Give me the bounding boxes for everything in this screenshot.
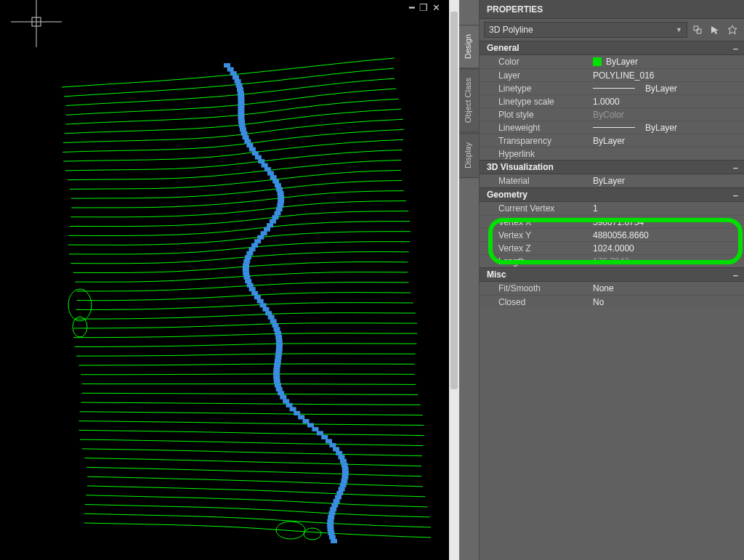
svg-rect-38 (272, 215, 279, 219)
svg-rect-48 (245, 255, 251, 259)
properties-body: PROPERTIES 3D Polyline ▼ General – (480, 0, 744, 560)
svg-rect-84 (283, 399, 289, 403)
svg-rect-79 (274, 379, 280, 384)
svg-rect-25 (262, 163, 268, 168)
svg-rect-77 (273, 371, 280, 376)
svg-rect-42 (261, 231, 267, 235)
row-transparency[interactable]: Transparency ByLayer (480, 134, 744, 147)
svg-rect-103 (341, 475, 348, 479)
tab-design[interactable]: Design (459, 25, 479, 68)
select-objects-icon[interactable] (708, 23, 722, 37)
row-color[interactable]: Color ByLayer (480, 55, 744, 68)
svg-rect-19 (244, 139, 251, 144)
svg-rect-76 (273, 367, 280, 371)
svg-rect-119 (331, 539, 337, 543)
svg-rect-52 (243, 271, 249, 275)
svg-rect-113 (328, 515, 334, 519)
row-current-vertex[interactable]: Current Vertex 1 (480, 202, 744, 215)
svg-rect-39 (270, 219, 276, 224)
svg-rect-20 (246, 143, 253, 147)
svg-rect-116 (328, 527, 334, 532)
scrollbar-thumb[interactable] (450, 12, 458, 389)
restore-icon[interactable]: ❐ (419, 2, 428, 13)
svg-rect-114 (327, 519, 333, 524)
svg-rect-69 (276, 339, 283, 344)
svg-rect-110 (331, 503, 338, 508)
svg-rect-83 (280, 395, 286, 399)
svg-rect-21 (249, 147, 256, 152)
svg-rect-56 (249, 287, 256, 291)
section-header-geometry[interactable]: Geometry – (480, 187, 744, 202)
svg-rect-53 (243, 275, 250, 280)
row-ltscale[interactable]: Linetype scale 1.0000 (480, 94, 744, 107)
row-vertex-x[interactable]: Vertex X 598071.8754 (480, 215, 744, 228)
tab-object-class[interactable]: Object Class (459, 68, 479, 132)
section-header-3dviz[interactable]: 3D Visualization – (480, 160, 744, 174)
svg-rect-28 (270, 175, 277, 179)
svg-rect-43 (257, 235, 264, 240)
svg-rect-100 (341, 463, 348, 467)
svg-rect-50 (243, 263, 249, 267)
svg-rect-59 (257, 299, 264, 304)
row-closed[interactable]: Closed No (480, 295, 744, 308)
svg-rect-111 (330, 507, 336, 511)
svg-rect-107 (336, 491, 343, 495)
svg-rect-68 (275, 335, 282, 339)
svg-rect-85 (286, 403, 293, 407)
row-layer[interactable]: Layer POLYLINE_016 (480, 68, 744, 81)
tab-display[interactable]: Display (459, 133, 479, 178)
row-material[interactable]: Material ByLayer (480, 174, 744, 187)
svg-rect-86 (290, 407, 296, 411)
svg-rect-63 (268, 315, 275, 320)
svg-rect-27 (267, 171, 274, 176)
svg-rect-115 (327, 523, 333, 527)
quick-select-icon[interactable] (725, 23, 740, 37)
svg-rect-37 (274, 211, 280, 216)
minimize-icon[interactable]: ━ (409, 2, 415, 13)
svg-rect-33 (278, 195, 284, 200)
svg-rect-71 (276, 347, 283, 352)
drawing-viewport[interactable]: ━ ❐ ✕ (0, 0, 459, 560)
svg-rect-64 (270, 319, 277, 323)
row-vertex-y[interactable]: Vertex Y 4880056.8660 (480, 228, 744, 241)
svg-rect-99 (340, 459, 347, 463)
section-general: General – Color ByLayer Layer POLYLINE_0… (480, 41, 744, 160)
svg-rect-9 (238, 100, 245, 104)
row-fit-smooth[interactable]: Fit/Smooth None (480, 282, 744, 295)
svg-rect-44 (254, 239, 261, 243)
object-type-select[interactable]: 3D Polyline ▼ (484, 22, 687, 38)
svg-point-121 (73, 317, 87, 337)
svg-rect-36 (276, 207, 283, 211)
section-header-misc[interactable]: Misc – (480, 267, 744, 282)
svg-rect-73 (275, 355, 282, 360)
object-type-row: 3D Polyline ▼ (480, 19, 744, 41)
section-header-general[interactable]: General – (480, 41, 744, 55)
svg-point-120 (68, 289, 92, 321)
svg-rect-11 (238, 107, 244, 112)
svg-rect-58 (254, 295, 261, 299)
svg-rect-89 (303, 419, 310, 423)
toggle-pickadd-icon[interactable] (690, 23, 705, 37)
svg-rect-87 (294, 411, 300, 415)
svg-rect-117 (328, 531, 334, 535)
properties-title: PROPERTIES (480, 0, 744, 19)
svg-rect-6 (237, 87, 243, 92)
row-linetype[interactable]: Linetype ByLayer (480, 81, 744, 94)
svg-rect-26 (264, 167, 271, 171)
section-3d-visualization: 3D Visualization – Material ByLayer (480, 160, 744, 187)
row-lineweight[interactable]: Lineweight ByLayer (480, 121, 744, 134)
row-length: Length 176.7842 (480, 254, 744, 267)
close-icon[interactable]: ✕ (432, 2, 440, 13)
viewport-window-controls: ━ ❐ ✕ (409, 2, 440, 13)
svg-rect-60 (260, 303, 267, 307)
svg-rect-112 (329, 511, 336, 516)
svg-rect-7 (238, 92, 244, 96)
svg-rect-30 (275, 183, 281, 187)
row-vertex-z[interactable]: Vertex Z 1024.0000 (480, 241, 744, 254)
viewport-scrollbar[interactable] (449, 0, 459, 560)
svg-marker-129 (728, 25, 737, 34)
svg-rect-24 (258, 159, 264, 163)
svg-rect-105 (340, 483, 347, 487)
row-hyperlink[interactable]: Hyperlink (480, 147, 744, 160)
collapse-icon: – (733, 44, 738, 53)
